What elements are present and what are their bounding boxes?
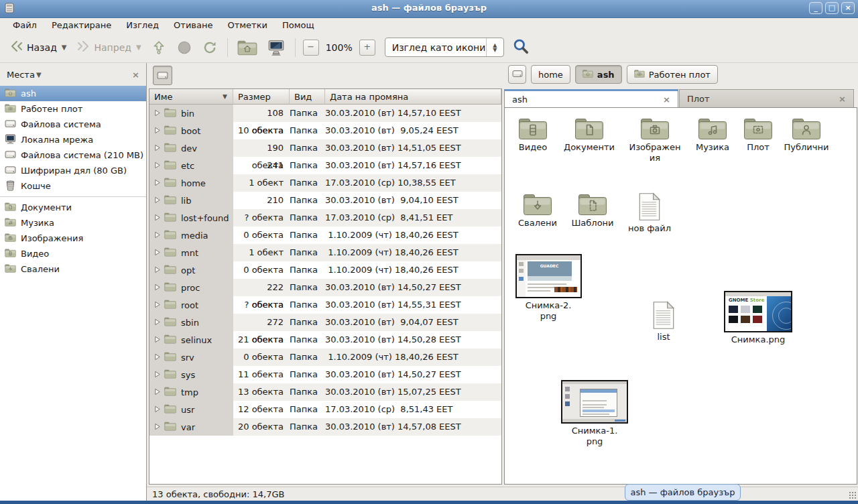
table-row-sbin[interactable]: sbin272 обектаПапка30.03.2010 (вт) 9,04,… xyxy=(149,314,501,331)
sidebar-item-Файлова система[interactable]: Файлова система xyxy=(0,117,146,132)
icon-view-item-Снимка-1.-png[interactable]: Снимка-1. png xyxy=(560,380,629,447)
table-row-srv[interactable]: srv0 обектаПапка 1.10.2009 (чт) 18,40,26… xyxy=(149,349,501,366)
expander-icon[interactable] xyxy=(154,231,161,241)
menu-item-Отиване[interactable]: Отиване xyxy=(166,19,220,32)
icon-view-item-Документи[interactable]: Документи xyxy=(562,116,617,153)
icon-view-item-Снимка-2.-png[interactable]: GUADEC Снимка-2. png xyxy=(513,254,583,322)
tab-Плот[interactable]: Плот× xyxy=(679,89,854,108)
sidebar-item-Свалени[interactable]: Свалени xyxy=(0,261,146,277)
icon-view-item-Снимка.png[interactable]: GNOME Store Снимка.png xyxy=(722,291,794,345)
table-row-selinux[interactable]: selinux21 обектаПапка30.03.2010 (вт) 14,… xyxy=(149,331,501,349)
close-button[interactable]: × xyxy=(841,2,855,14)
home-button[interactable] xyxy=(233,36,262,58)
up-button[interactable] xyxy=(146,37,172,58)
expander-icon[interactable] xyxy=(154,387,161,397)
menu-item-Редактиране[interactable]: Редактиране xyxy=(44,19,119,32)
search-button[interactable] xyxy=(512,38,530,57)
sidebar-item-Кошче[interactable]: Кошче xyxy=(0,178,146,194)
icon-view-item-Шаблони[interactable]: Шаблони xyxy=(565,192,620,229)
table-row-dev[interactable]: dev190 обектаПапка30.03.2010 (вт) 14,51,… xyxy=(149,139,501,157)
expander-icon[interactable] xyxy=(154,370,161,380)
icon-view-item-нов-файл[interactable]: нов файл xyxy=(622,192,677,234)
sidebar-item-Документи[interactable]: Документи xyxy=(0,200,146,215)
table-row-tmp[interactable]: tmp13 обектаПапка30.03.2010 (вт) 15,07,2… xyxy=(149,383,501,401)
combo-spinner-icon[interactable]: ▲▼ xyxy=(486,38,503,56)
expander-icon[interactable] xyxy=(154,283,161,293)
path-button-home[interactable]: home xyxy=(531,65,570,84)
back-dropdown-icon[interactable]: ▼ xyxy=(62,44,67,51)
table-row-boot[interactable]: boot10 обектаПапка30.03.2010 (вт) 9,05,2… xyxy=(149,122,501,139)
computer-button[interactable] xyxy=(262,36,290,59)
expander-icon[interactable] xyxy=(154,353,161,363)
menu-item-Помощ[interactable]: Помощ xyxy=(275,19,322,32)
table-row-sys[interactable]: sys11 обектаПапка30.03.2010 (вт) 14,50,2… xyxy=(149,366,501,383)
icon-view-item-Публични[interactable]: Публични xyxy=(778,116,835,153)
sidebar-header-dropdown-icon[interactable]: ▼ xyxy=(36,71,42,78)
icon-view-item-Свалени[interactable]: Свалени xyxy=(510,192,565,229)
tab-close-icon[interactable]: × xyxy=(839,94,846,104)
expander-icon[interactable] xyxy=(154,265,161,275)
sidebar-item-Файлова система (210 MB)[interactable]: Файлова система (210 MB) xyxy=(0,147,146,163)
icon-view-item-Изображен-ия[interactable]: Изображен ия xyxy=(626,116,684,164)
resize-grip[interactable] xyxy=(849,491,856,499)
expander-icon[interactable] xyxy=(154,161,161,171)
maximize-button[interactable]: □ xyxy=(825,2,839,14)
sidebar-item-Видео[interactable]: Видео xyxy=(0,246,146,261)
zoom-in-button[interactable]: + xyxy=(359,40,375,56)
reload-button[interactable] xyxy=(197,37,223,58)
view-mode-select[interactable]: Изглед като икони ▲▼ xyxy=(385,38,504,57)
expander-icon[interactable] xyxy=(154,422,161,432)
sidebar-item-Локална мрежа[interactable]: Локална мрежа xyxy=(0,132,146,147)
menu-item-Файл[interactable]: Файл xyxy=(5,19,44,32)
expander-icon[interactable] xyxy=(154,248,161,258)
sidebar-item-Работен плот[interactable]: Работен плот xyxy=(0,101,146,117)
zoom-out-button[interactable]: − xyxy=(303,40,319,56)
path-button-root[interactable] xyxy=(508,65,526,84)
table-row-lib[interactable]: lib210 обектаПапка30.03.2010 (вт) 9,04,1… xyxy=(149,192,501,209)
icon-view-item-Видео[interactable]: Видео xyxy=(505,116,560,153)
tab-close-icon[interactable]: × xyxy=(663,94,670,105)
table-row-lost+found[interactable]: lost+found? обектаПапка17.03.2010 (ср) 8… xyxy=(149,209,501,227)
expander-icon[interactable] xyxy=(154,213,161,223)
expander-icon[interactable] xyxy=(154,335,161,345)
expander-icon[interactable] xyxy=(154,196,161,206)
sidebar-item-Изображения[interactable]: Изображения xyxy=(0,231,146,246)
icon-view[interactable]: Видео Документи Изображен ия Музика Плот… xyxy=(504,107,857,485)
column-header-Дата на промяна[interactable]: Дата на промяна xyxy=(325,89,501,105)
path-button-ash[interactable]: ash xyxy=(575,65,622,84)
tab-ash[interactable]: ash× xyxy=(504,89,678,108)
expander-icon[interactable] xyxy=(154,143,161,153)
table-row-mnt[interactable]: mnt1 обектПапка 1.10.2009 (чт) 18,40,26 … xyxy=(149,244,501,261)
back-button[interactable]: Назад ▼ xyxy=(4,36,72,58)
table-row-var[interactable]: var20 обектаПапка30.03.2010 (вт) 14,57,0… xyxy=(149,418,501,436)
icon-view-item-list[interactable]: list xyxy=(636,301,691,342)
menu-item-Отметки[interactable]: Отметки xyxy=(220,19,274,32)
table-row-bin[interactable]: bin108 обектаПапка30.03.2010 (вт) 14,57,… xyxy=(149,105,501,122)
sidebar-header-label[interactable]: Места xyxy=(7,70,35,80)
expander-icon[interactable] xyxy=(154,405,161,415)
expander-icon[interactable] xyxy=(154,300,161,310)
table-row-opt[interactable]: opt0 обектаПапка 1.10.2009 (чт) 18,40,26… xyxy=(149,261,501,279)
expander-icon[interactable] xyxy=(154,109,161,119)
table-row-home[interactable]: home1 обектПапка17.03.2010 (ср) 10,38,55… xyxy=(149,174,501,192)
column-header-Размер[interactable]: Размер xyxy=(233,89,290,105)
sidebar-item-Музика[interactable]: Музика xyxy=(0,215,146,231)
icon-view-item-Плот[interactable]: Плот xyxy=(731,116,786,153)
table-row-usr[interactable]: usr12 обектаПапка17.03.2010 (ср) 8,51,43… xyxy=(149,401,501,418)
expander-icon[interactable] xyxy=(154,126,161,136)
expander-icon[interactable] xyxy=(154,318,161,328)
column-header-Име[interactable]: Име▼ xyxy=(149,89,233,105)
minimize-button[interactable]: _ xyxy=(809,2,822,14)
sidebar-close-icon[interactable]: × xyxy=(132,70,139,80)
table-row-root[interactable]: root? обектаПапка30.03.2010 (вт) 14,55,3… xyxy=(149,296,501,314)
path-button-filesystem-root[interactable] xyxy=(153,66,172,85)
table-row-media[interactable]: media0 обектаПапка 1.10.2009 (чт) 18,40,… xyxy=(149,227,501,244)
path-button-Работен плот[interactable]: Работен плот xyxy=(627,65,718,84)
sidebar-item-Шифриран дял (80 GB)[interactable]: Шифриран дял (80 GB) xyxy=(0,163,146,178)
table-row-etc[interactable]: etc241 обектаПапка30.03.2010 (вт) 14,57,… xyxy=(149,157,501,174)
table-row-proc[interactable]: proc222 обектаПапка30.03.2010 (вт) 14,50… xyxy=(149,279,501,296)
column-header-Вид[interactable]: Вид xyxy=(290,89,325,105)
sidebar-item-ash[interactable]: ash xyxy=(0,86,146,101)
menu-item-Изглед[interactable]: Изглед xyxy=(119,19,166,32)
expander-icon[interactable] xyxy=(154,178,161,188)
